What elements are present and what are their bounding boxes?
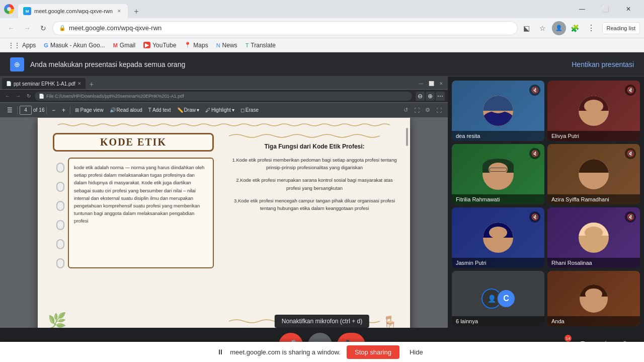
stop-presentation-btn[interactable]: Hentikan presentasi [572, 60, 634, 68]
pdf-fit-page-btn[interactable]: ⛶ [412, 105, 422, 115]
menu-icon[interactable]: ⋮ [584, 21, 598, 35]
mute-icon-4: 🔇 [625, 148, 636, 159]
pdf-highlight-btn[interactable]: 🖊 Highlight ▾ [203, 105, 237, 116]
pdf-back-btn[interactable]: ← [3, 92, 12, 101]
pdf-add-text-btn[interactable]: T Add text [146, 105, 174, 116]
tab-title: meet.google.com/wpq-qxve-rwn [34, 8, 113, 14]
pdf-zoom-out-btn[interactable]: ⊖ [416, 92, 425, 101]
pdf-restore-btn[interactable]: ⬜ [427, 79, 436, 88]
new-tab-btn[interactable]: + [130, 5, 143, 18]
mute-icon-2: 🔇 [625, 85, 636, 96]
gmail-icon: M [113, 42, 118, 48]
participants-badge: 14 [565, 335, 572, 342]
news-label: News [222, 42, 237, 49]
sharing-bar: ⏸ meet.google.com is sharing a window. S… [0, 342, 644, 362]
bookmark-maps[interactable]: 📍 Maps [180, 41, 212, 50]
window-close-btn[interactable]: ✕ [617, 1, 640, 17]
back-btn[interactable]: ← [4, 21, 18, 35]
slide-subtitle: Tiga Fungsi dari Kode Etik Profesi: [229, 143, 400, 150]
news-icon: N [216, 42, 220, 48]
pdf-nav-bar: ← → ↻ 📄 File C:/Users/HP/Downloads/ppt%2… [0, 90, 448, 103]
pdf-new-tab-btn[interactable]: + [87, 79, 97, 89]
sharing-text: meet.google.com is sharing a window. [230, 348, 341, 356]
bookmark-youtube[interactable]: ▶ YouTube [139, 41, 180, 50]
pdf-file-icon: 📄 [6, 81, 12, 86]
meet-favicon: M [23, 7, 31, 15]
pdf-page-num-display: of 16 [20, 106, 44, 115]
window-maximize-btn[interactable]: ⬜ [594, 1, 617, 17]
pdf-draw-btn[interactable]: ✏️ Draw ▾ [175, 105, 202, 116]
bookmark-gmail[interactable]: M Gmail [109, 41, 140, 50]
translate-icon: T [246, 42, 249, 48]
bookmark-news[interactable]: N News [212, 41, 242, 50]
pdf-content: KODE ETIK [0, 118, 448, 328]
cast-icon[interactable]: ⬕ [520, 21, 534, 35]
pdf-close-btn[interactable]: ✕ [437, 79, 446, 88]
presentation-icon: ⊕ [10, 57, 24, 71]
pdf-sidebar-btn[interactable]: ☰ [4, 105, 15, 116]
slide-box: kode etik adalah norma — norma yang haru… [68, 158, 214, 268]
participants-sidebar: 🔇 dea resita 🔇 Elivya Putri [448, 77, 644, 328]
refresh-btn[interactable]: ↻ [36, 21, 50, 35]
pdf-viewer-area: 📄 ppt seminar EPHK 1-A1.pdf ✕ + — ⬜ ✕ [0, 77, 448, 328]
pdf-tab[interactable]: 📄 ppt seminar EPHK 1-A1.pdf ✕ [2, 78, 86, 89]
presentation-bar: ⊕ Anda melakukan presentasi kepada semua… [0, 52, 644, 77]
pdf-tab-close[interactable]: ✕ [77, 81, 82, 86]
reading-list-btn[interactable]: Reading list [602, 22, 640, 34]
hide-btn[interactable]: Hide [406, 345, 427, 359]
pdf-zoom-out-toolbar[interactable]: − [49, 106, 58, 115]
participant-tile-6: 🔇 Rhani Rosalinaa [547, 207, 640, 268]
pdf-erase-btn[interactable]: ◻ Erase [238, 105, 261, 116]
pdf-scrollbar[interactable] [405, 118, 409, 328]
slide-list-item-2: 2.Kode etik profesi merupakan sarana kon… [229, 176, 400, 191]
pdf-settings-btn[interactable]: ⚙ [423, 105, 433, 115]
mute-icon-3: 🔇 [529, 148, 540, 159]
bookmark-apps[interactable]: ⋮⋮ Apps [4, 41, 40, 50]
maps-icon: 📍 [184, 42, 191, 48]
gmail-label: Gmail [120, 42, 135, 49]
participant-name-2: Elivya Putri [547, 131, 640, 141]
slide-list-item-3: 3.Kode etik profesi mencegah campur tang… [229, 197, 400, 212]
participant-tile-4: 🔇 Azira Syiffa Ramadhani [547, 144, 640, 204]
participant-name-self: Anda [547, 316, 640, 326]
participant-tile-self: Anda [547, 271, 640, 326]
extensions-icon[interactable]: 🧩 [568, 21, 582, 35]
pdf-read-aloud-btn[interactable]: 🔊 Read aloud [107, 105, 145, 116]
presentation-text: Anda melakukan presentasi kepada semua o… [30, 60, 185, 68]
pdf-page-view-btn[interactable]: ⊞ Page view [72, 105, 106, 116]
apps-label: Apps [22, 42, 36, 49]
pdf-rotate-btn[interactable]: ↺ [400, 105, 411, 115]
participant-name-6: Rhani Rosalinaa [547, 258, 640, 268]
url-bar[interactable]: 🔒 meet.google.com/wpq-qxve-rwn [52, 21, 518, 35]
chrome-logo [4, 4, 14, 14]
slide-title: KODE ETIK [53, 133, 214, 152]
profile-icon[interactable]: 👤 [552, 21, 566, 35]
participant-tile-2: 🔇 Elivya Putri [547, 81, 640, 141]
bookmark-translate[interactable]: T Translate [242, 41, 280, 50]
youtube-icon: ▶ [143, 42, 150, 48]
youtube-label: YouTube [152, 42, 176, 49]
slide-list-item-1: 1.Kode etik profesi memberikan pedoman b… [229, 156, 400, 171]
window-minimize-btn[interactable]: — [571, 1, 594, 17]
pdf-page-input[interactable] [20, 106, 32, 115]
pdf-more-btn[interactable]: ⋯ [436, 92, 445, 101]
pdf-url-bar[interactable]: 📄 File C:/Users/HP/Downloads/ppt%20semin… [35, 92, 412, 101]
google-label: Masuk - Akun Goo... [50, 42, 105, 49]
pdf-minimize-btn[interactable]: — [417, 79, 426, 88]
translate-label: Translate [251, 42, 276, 49]
pdf-url-text: File C:/Users/HP/Downloads/ppt%20seminar… [46, 94, 184, 99]
pdf-refresh-btn[interactable]: ↻ [24, 92, 33, 101]
tab-close-btn[interactable]: ✕ [116, 8, 123, 15]
pdf-file-label: 📄 [39, 94, 44, 99]
pdf-forward-btn[interactable]: → [14, 92, 23, 101]
forward-btn[interactable]: → [20, 21, 34, 35]
bookmark-icon[interactable]: ☆ [536, 21, 550, 35]
pdf-zoom-in-btn[interactable]: ⊕ [426, 92, 435, 101]
pdf-browser-tabs: 📄 ppt seminar EPHK 1-A1.pdf ✕ + — ⬜ ✕ [0, 77, 448, 90]
pdf-fullscreen-btn[interactable]: ⛶ [434, 105, 444, 115]
stop-sharing-btn[interactable]: Stop sharing [347, 345, 399, 359]
pdf-zoom-in-toolbar[interactable]: + [59, 106, 68, 115]
active-tab[interactable]: M meet.google.com/wpq-qxve-rwn ✕ [18, 4, 128, 18]
bookmark-google[interactable]: G Masuk - Akun Goo... [40, 41, 109, 50]
participant-tile-group: 👤 C 6 lainnya [452, 271, 544, 326]
